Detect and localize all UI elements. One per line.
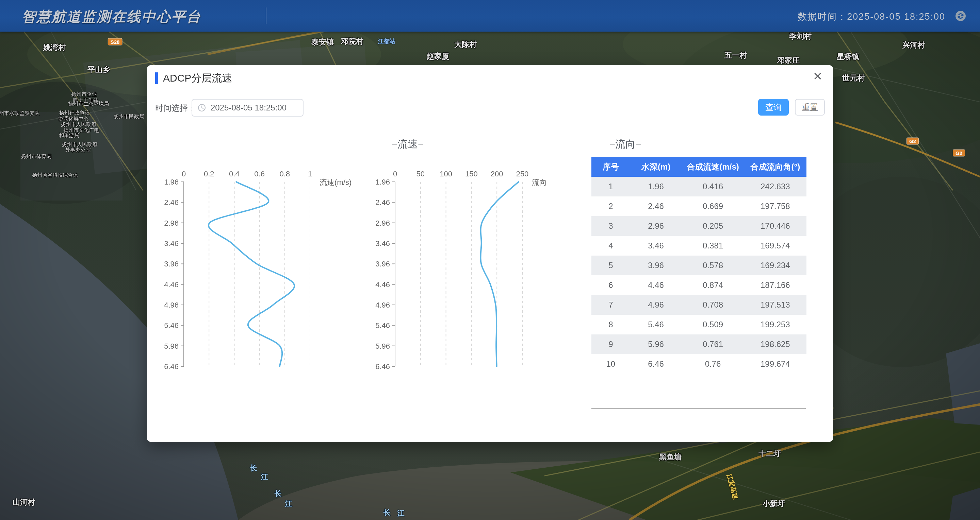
- table-cell: 2.46: [630, 197, 682, 216]
- svg-text:5.46: 5.46: [375, 321, 390, 330]
- app-root: 姚湾村平山乡泰安镇邓院村江都站大陈村赵家厦季刘村五一村邓家庄星桥镇兴河村世元村扬…: [0, 0, 980, 520]
- table-cell: 8: [592, 315, 630, 335]
- svg-text:流速(m/s): 流速(m/s): [320, 178, 352, 187]
- table-cell: 0.708: [682, 295, 744, 315]
- svg-text:2.96: 2.96: [164, 219, 179, 227]
- table-row: 106.460.76199.674: [592, 354, 807, 374]
- table-header-cell: 合成流向角(°): [744, 157, 807, 177]
- table-cell: 10: [592, 354, 630, 374]
- svg-text:5.96: 5.96: [375, 342, 390, 350]
- svg-text:3.46: 3.46: [375, 239, 390, 248]
- svg-text:6.46: 6.46: [164, 362, 179, 371]
- table-cell: 5: [592, 255, 630, 275]
- app-title: 智慧航道监测在线中心平台: [22, 8, 202, 26]
- table-header-cell: 序号: [592, 157, 630, 177]
- velocity-chart-title: −流速−: [305, 137, 510, 151]
- table-cell: 170.446: [744, 216, 807, 236]
- table-cell: 0.669: [682, 197, 744, 216]
- refresh-icon[interactable]: [953, 9, 968, 23]
- data-time-text: 数据时间：2025-08-05 18:25:00: [798, 11, 945, 23]
- table-cell: 0.761: [682, 335, 744, 354]
- table-cell: 4.46: [630, 275, 682, 295]
- svg-text:150: 150: [465, 170, 478, 178]
- table-header-row: 序号水深(m)合成流速(m/s)合成流向角(°): [592, 157, 807, 177]
- table-cell: 7: [592, 295, 630, 315]
- svg-text:0: 0: [393, 170, 397, 178]
- table-row: 11.960.416242.633: [592, 177, 807, 197]
- table-cell: 1: [592, 177, 630, 197]
- table-cell: 0.76: [682, 354, 744, 374]
- svg-text:250: 250: [516, 170, 529, 178]
- table-row: 64.460.874187.166: [592, 275, 807, 295]
- table-cell: 0.416: [682, 177, 744, 197]
- table-cell: 0.381: [682, 236, 744, 255]
- svg-text:0.4: 0.4: [229, 170, 240, 178]
- svg-text:0.8: 0.8: [280, 170, 290, 178]
- table-cell: 4: [592, 236, 630, 255]
- table-header-cell: 合成流速(m/s): [682, 157, 744, 177]
- table-row: 53.960.578169.234: [592, 255, 807, 275]
- table-header-cell: 水深(m): [630, 157, 682, 177]
- svg-text:3.96: 3.96: [375, 260, 390, 268]
- table-cell: 169.574: [744, 236, 807, 255]
- table-cell: 197.513: [744, 295, 807, 315]
- svg-text:100: 100: [440, 170, 452, 178]
- svg-text:5.96: 5.96: [164, 342, 179, 350]
- table-cell: 5.96: [630, 335, 682, 354]
- table-cell: 4.96: [630, 295, 682, 315]
- svg-text:流向: 流向: [532, 178, 547, 187]
- svg-text:4.46: 4.46: [164, 281, 179, 289]
- modal-title: ADCP分层流速: [163, 71, 232, 85]
- svg-text:3.96: 3.96: [164, 260, 179, 268]
- table-cell: 2.96: [630, 216, 682, 236]
- svg-text:0.6: 0.6: [254, 170, 265, 178]
- svg-text:1: 1: [308, 170, 312, 178]
- table-cell: 199.253: [744, 315, 807, 335]
- close-icon[interactable]: ×: [813, 69, 822, 84]
- table-cell: 3.96: [630, 255, 682, 275]
- svg-text:200: 200: [491, 170, 503, 178]
- table-cell: 1.96: [630, 177, 682, 197]
- direction-chart-title: −流向−: [520, 137, 731, 151]
- table-row: 74.960.708197.513: [592, 295, 807, 315]
- time-picker-value: 2025-08-05 18:25:00: [211, 103, 286, 113]
- app-header: 智慧航道监测在线中心平台 数据时间：2025-08-05 18:25:00: [0, 0, 980, 32]
- header-divider: [266, 8, 266, 24]
- time-picker-input[interactable]: 2025-08-05 18:25:00: [192, 99, 304, 117]
- svg-text:50: 50: [417, 170, 425, 178]
- table-cell: 9: [592, 335, 630, 354]
- table-bottom-divider: [592, 409, 806, 409]
- modal-title-accent-bar: [155, 72, 158, 84]
- table-cell: 0.509: [682, 315, 744, 335]
- svg-text:0: 0: [182, 170, 186, 178]
- table-cell: 3.46: [630, 236, 682, 255]
- query-button[interactable]: 查询: [758, 99, 789, 116]
- svg-text:5.46: 5.46: [164, 321, 179, 330]
- time-select-label: 时间选择：: [155, 103, 196, 114]
- modal-title-divider: [147, 91, 833, 91]
- table-cell: 2: [592, 197, 630, 216]
- svg-text:2.46: 2.46: [164, 198, 179, 207]
- table-row: 43.460.381169.574: [592, 236, 807, 255]
- svg-text:3.46: 3.46: [164, 239, 179, 248]
- table-row: 22.460.669197.758: [592, 197, 807, 216]
- svg-text:4.96: 4.96: [164, 301, 179, 309]
- table-row: 85.460.509199.253: [592, 315, 807, 335]
- svg-text:1.96: 1.96: [375, 178, 390, 186]
- table-cell: 169.234: [744, 255, 807, 275]
- svg-text:0.2: 0.2: [204, 170, 215, 178]
- table-cell: 242.633: [744, 177, 807, 197]
- table-cell: 0.874: [682, 275, 744, 295]
- table-cell: 198.625: [744, 335, 807, 354]
- direction-chart: 0501001502002501.962.462.963.463.964.464…: [368, 166, 592, 387]
- reset-button[interactable]: 重置: [795, 99, 825, 116]
- svg-text:4.96: 4.96: [375, 301, 390, 309]
- table-cell: 3: [592, 216, 630, 236]
- adcp-data-table: 序号水深(m)合成流速(m/s)合成流向角(°) 11.960.416242.6…: [592, 157, 807, 374]
- table-row: 95.960.761198.625: [592, 335, 807, 354]
- velocity-chart: 00.20.40.60.811.962.462.963.463.964.464.…: [156, 166, 364, 387]
- clock-icon: [198, 104, 206, 112]
- adcp-modal: ADCP分层流速 × 时间选择： 2025-08-05 18:25:00 查询 …: [147, 65, 833, 442]
- table-cell: 197.758: [744, 197, 807, 216]
- table-cell: 0.205: [682, 216, 744, 236]
